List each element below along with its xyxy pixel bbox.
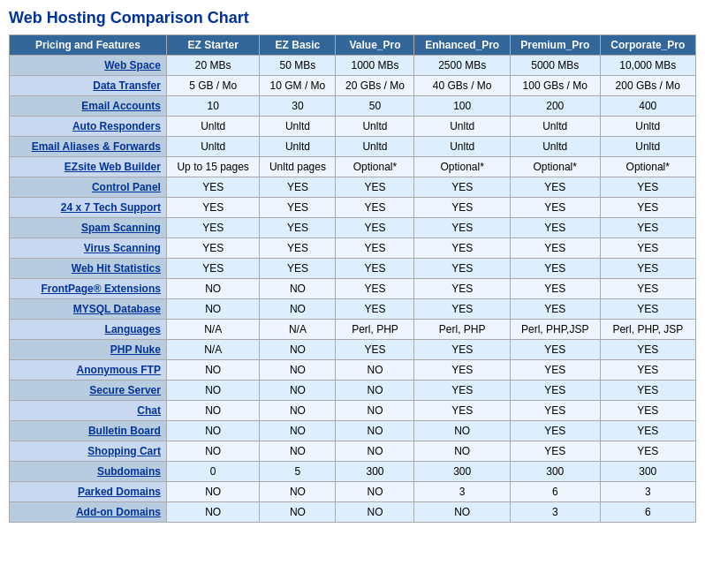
plan-value: NO bbox=[260, 482, 336, 502]
plan-value: YES bbox=[166, 259, 259, 279]
plan-value: YES bbox=[414, 218, 510, 238]
plan-value: 300 bbox=[414, 462, 510, 482]
feature-name[interactable]: Shopping Cart bbox=[10, 441, 167, 462]
plan-value: Perl, PHP bbox=[336, 320, 414, 340]
table-row: Email Accounts103050100200400 bbox=[10, 96, 696, 117]
feature-name[interactable]: Anonymous FTP bbox=[10, 360, 167, 381]
table-row: Add-on DomainsNONONONO36 bbox=[10, 502, 696, 523]
table-row: Secure ServerNONONOYESYESYES bbox=[10, 381, 696, 401]
feature-name[interactable]: Web Hit Statistics bbox=[10, 259, 167, 279]
table-row: Email Aliases & ForwardsUnltdUnltdUnltdU… bbox=[10, 137, 696, 157]
plan-value: YES bbox=[336, 198, 414, 218]
table-row: ChatNONONOYESYESYES bbox=[10, 401, 696, 421]
plan-value: NO bbox=[336, 381, 414, 401]
plan-value: YES bbox=[600, 421, 695, 441]
plan-column-header: EZ Basic bbox=[260, 35, 336, 56]
feature-name[interactable]: Parked Domains bbox=[10, 482, 167, 502]
plan-value: YES bbox=[510, 441, 600, 462]
table-row: Parked DomainsNONONO363 bbox=[10, 482, 696, 502]
plan-value: Unltd bbox=[414, 117, 510, 137]
plan-value: NO bbox=[166, 421, 259, 441]
feature-name[interactable]: Data Transfer bbox=[10, 76, 167, 96]
plan-value: 400 bbox=[600, 96, 695, 117]
feature-name[interactable]: Control Panel bbox=[10, 177, 167, 198]
plan-value: YES bbox=[166, 198, 259, 218]
plan-value: Unltd bbox=[166, 117, 259, 137]
feature-name[interactable]: MYSQL Database bbox=[10, 299, 167, 320]
plan-value: 3 bbox=[600, 482, 695, 502]
plan-value: Unltd pages bbox=[260, 157, 336, 177]
plan-value: Optional* bbox=[336, 157, 414, 177]
plan-value: YES bbox=[414, 238, 510, 259]
plan-value: YES bbox=[414, 198, 510, 218]
plan-value: YES bbox=[414, 360, 510, 381]
feature-name[interactable]: FrontPage® Extensions bbox=[10, 279, 167, 299]
plan-value: NO bbox=[166, 401, 259, 421]
feature-name[interactable]: Languages bbox=[10, 320, 167, 340]
feature-name[interactable]: Spam Scanning bbox=[10, 218, 167, 238]
plan-value: Optional* bbox=[414, 157, 510, 177]
page-title: Web Hosting Comparison Chart bbox=[9, 9, 696, 27]
plan-value: YES bbox=[414, 299, 510, 320]
feature-name[interactable]: Add-on Domains bbox=[10, 502, 167, 523]
feature-name[interactable]: Subdomains bbox=[10, 462, 167, 482]
plan-value: Unltd bbox=[600, 137, 695, 157]
plan-value: YES bbox=[260, 259, 336, 279]
table-row: Web Hit StatisticsYESYESYESYESYESYES bbox=[10, 259, 696, 279]
plan-value: YES bbox=[600, 340, 695, 360]
plan-value: NO bbox=[260, 279, 336, 299]
feature-name[interactable]: Bulletin Board bbox=[10, 421, 167, 441]
plan-value: NO bbox=[260, 441, 336, 462]
plan-value: Perl, PHP,JSP bbox=[510, 320, 600, 340]
table-row: Shopping CartNONONONOYESYES bbox=[10, 441, 696, 462]
feature-name[interactable]: Virus Scanning bbox=[10, 238, 167, 259]
plan-value: 10 bbox=[166, 96, 259, 117]
feature-name[interactable]: 24 x 7 Tech Support bbox=[10, 198, 167, 218]
plan-value: YES bbox=[414, 177, 510, 198]
feature-name[interactable]: Email Accounts bbox=[10, 96, 167, 117]
plan-value: 10 GM / Mo bbox=[260, 76, 336, 96]
feature-name[interactable]: Email Aliases & Forwards bbox=[10, 137, 167, 157]
plan-value: YES bbox=[510, 340, 600, 360]
plan-value: NO bbox=[166, 502, 259, 523]
plan-value: YES bbox=[600, 441, 695, 462]
feature-name[interactable]: Web Space bbox=[10, 56, 167, 76]
plan-value: Unltd bbox=[336, 117, 414, 137]
plan-column-header: EZ Starter bbox=[166, 35, 259, 56]
plan-value: YES bbox=[336, 279, 414, 299]
table-row: PHP NukeN/ANOYESYESYESYES bbox=[10, 340, 696, 360]
plan-value: Unltd bbox=[166, 137, 259, 157]
plan-value: NO bbox=[336, 502, 414, 523]
plan-value: Unltd bbox=[260, 117, 336, 137]
plan-value: YES bbox=[260, 218, 336, 238]
feature-name[interactable]: Auto Responders bbox=[10, 117, 167, 137]
plan-value: 20 MBs bbox=[166, 56, 259, 76]
plan-value: NO bbox=[260, 421, 336, 441]
plan-value: NO bbox=[336, 421, 414, 441]
plan-value: NO bbox=[336, 441, 414, 462]
table-row: Auto RespondersUnltdUnltdUnltdUnltdUnltd… bbox=[10, 117, 696, 137]
plan-value: YES bbox=[336, 238, 414, 259]
plan-value: YES bbox=[336, 177, 414, 198]
feature-name[interactable]: PHP Nuke bbox=[10, 340, 167, 360]
plan-value: YES bbox=[166, 238, 259, 259]
plan-value: NO bbox=[166, 441, 259, 462]
table-row: Spam ScanningYESYESYESYESYESYES bbox=[10, 218, 696, 238]
feature-name[interactable]: EZsite Web Builder bbox=[10, 157, 167, 177]
plan-value: NO bbox=[166, 381, 259, 401]
plan-value: YES bbox=[414, 279, 510, 299]
plan-value: YES bbox=[600, 259, 695, 279]
plan-value: 3 bbox=[510, 502, 600, 523]
plan-value: YES bbox=[510, 279, 600, 299]
plan-value: NO bbox=[260, 381, 336, 401]
plan-value: Unltd bbox=[260, 137, 336, 157]
plan-value: N/A bbox=[166, 340, 259, 360]
plan-value: NO bbox=[336, 360, 414, 381]
table-row: Web Space20 MBs50 MBs1000 MBs2500 MBs500… bbox=[10, 56, 696, 76]
table-row: LanguagesN/AN/APerl, PHPPerl, PHPPerl, P… bbox=[10, 320, 696, 340]
plan-value: Optional* bbox=[600, 157, 695, 177]
feature-name[interactable]: Chat bbox=[10, 401, 167, 421]
features-column-header: Pricing and Features bbox=[10, 35, 167, 56]
feature-name[interactable]: Secure Server bbox=[10, 381, 167, 401]
plan-value: YES bbox=[336, 299, 414, 320]
